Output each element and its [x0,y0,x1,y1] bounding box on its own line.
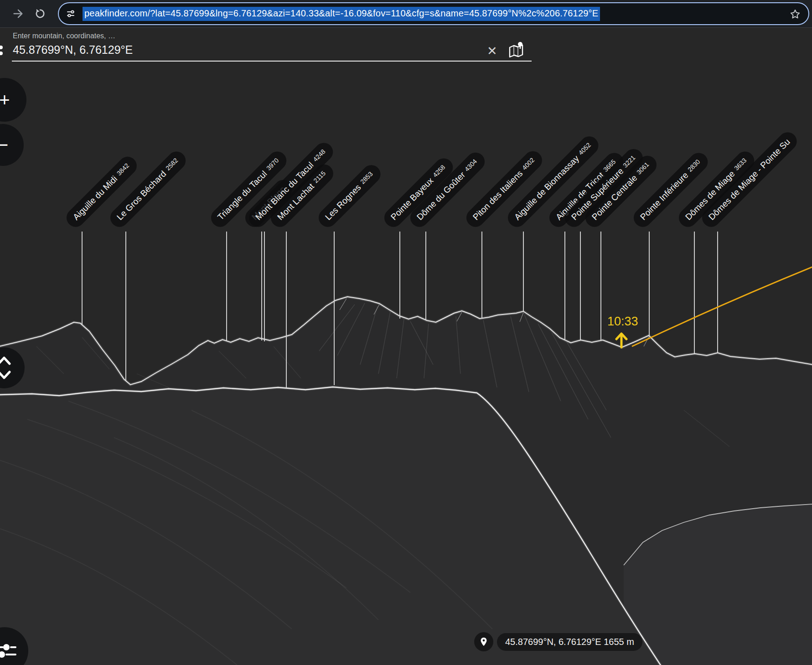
peak-elevation: 2853 [359,170,374,185]
sliders-icon [0,643,16,659]
sun-direction-arrow-icon [614,330,629,349]
panorama-canvas[interactable] [0,0,812,665]
peak-elevation: 4304 [463,158,478,173]
chevron-up-down-icon [0,355,12,381]
peak-elevation: 4258 [431,163,446,178]
url-text[interactable]: peakfinder.com/?lat=45.87699&lng=6.76129… [83,7,600,21]
peak-elevation: 3061 [635,160,650,175]
browser-toolbar: peakfinder.com/?lat=45.87699&lng=6.76129… [0,0,812,28]
pick-on-map-icon[interactable] [508,41,524,59]
peak-elevation: 3842 [115,162,130,177]
forward-arrow-icon[interactable] [12,7,25,20]
peakfinder-app: Aiguille du Midi3842 Le Gros Béchard2582… [0,0,812,665]
search-underline [12,61,532,62]
peak-elevation: 2582 [164,157,179,172]
location-pin-icon [474,632,493,651]
peak-elevation: 3633 [733,157,748,172]
sun-time-label: 10:33 [607,314,638,329]
menu-icon[interactable] [0,46,3,58]
peak-elevation: 3970 [265,156,280,171]
address-bar[interactable]: peakfinder.com/?lat=45.87699&lng=6.76129… [58,2,809,25]
clear-search-icon[interactable]: ✕ [487,44,497,58]
reload-icon[interactable] [34,7,47,20]
site-settings-icon[interactable] [66,9,76,19]
peak-elevation: 4052 [577,141,592,156]
bookmark-star-icon[interactable] [789,8,801,20]
minus-icon: − [0,134,8,156]
peak-elevation: 4248 [311,148,326,163]
search-input[interactable]: 45.87699°N, 6.76129°E [13,43,133,57]
viewpoint-coordinates-badge[interactable]: 45.87699°N, 6.76129°E 1655 m [497,633,642,651]
search-hint: Enter mountain, coordinates, … [13,32,115,40]
peak-elevation: 4002 [521,156,536,171]
peak-elevation: 2830 [686,158,701,173]
plus-icon: + [0,90,10,110]
